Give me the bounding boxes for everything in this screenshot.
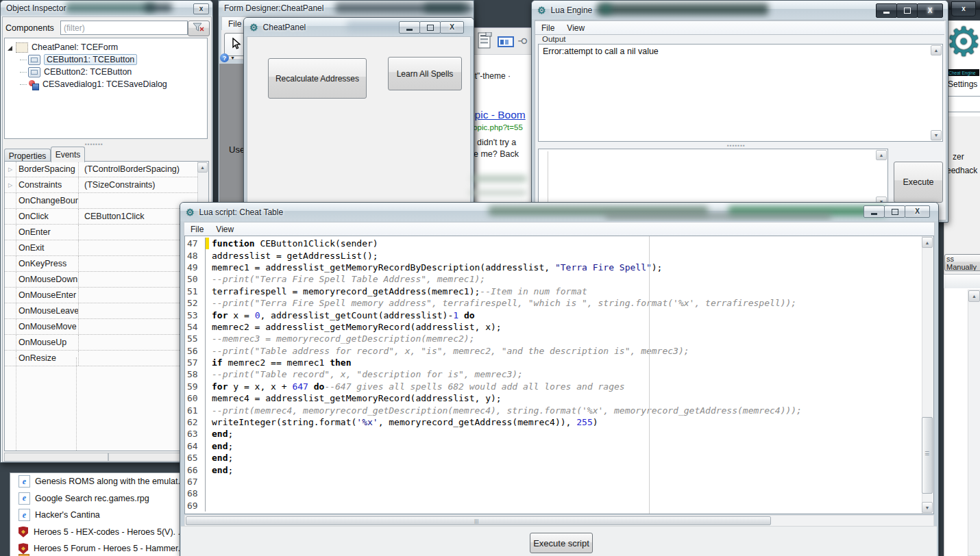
learn-all-spells-button[interactable]: Learn All Spells [388,57,462,90]
tab-properties[interactable]: Properties [4,149,51,162]
code-line[interactable]: 58--print("Table record", x, "descriptio… [185,368,922,380]
object-inspector-titlebar[interactable]: Object Inspector x [1,1,212,16]
bookmark-item[interactable]: Heroes 5 - HEX-codes - Heroes 5(V). ... [10,524,180,541]
code-line[interactable]: 51terrafirespell = memoryrecord_getAddre… [185,286,922,297]
expanded-triangle-icon[interactable] [8,46,12,51]
editor-hscroll-thumb[interactable]: ||| [186,516,771,525]
menu-file[interactable]: File [184,223,210,236]
scroll-up-icon[interactable]: ▲ [931,45,942,55]
expand-arrow-icon[interactable]: ▷ [5,162,16,177]
address-list-header[interactable] [944,274,980,290]
event-row[interactable]: OnMouseDown [5,272,208,288]
splitter-grip[interactable]: ▪▪▪▪▪▪▪ [85,141,103,147]
code-line[interactable]: 57if memrec2 == memrec1 then [185,357,922,368]
event-row[interactable]: OnChangeBounds [5,193,208,209]
event-value[interactable]: (TSizeConstraints) [79,180,208,190]
tree-item[interactable]: CheatPanel: TCEForm [5,41,207,53]
lua-input-area[interactable]: ▲ ▼ [538,149,888,208]
event-row[interactable]: OnMouseMove [5,319,208,335]
code-line[interactable]: 61--print(memrec4, memoryrecord_getDescr… [185,404,922,416]
close-button[interactable]: X [917,3,943,18]
minimize-button[interactable] [399,21,420,34]
event-row[interactable]: ▷Constraints(TSizeConstraints) [5,177,208,193]
scroll-down-icon[interactable]: ▼ [931,130,942,140]
scroll-down-icon[interactable]: ▼ [922,502,933,513]
menu-view[interactable]: View [210,223,240,236]
scroll-up-icon[interactable]: ▲ [922,237,933,248]
menu-view[interactable]: View [561,22,591,34]
expand-arrow-icon[interactable]: ▷ [5,177,16,192]
code-line[interactable]: 68 [185,488,922,499]
code-line[interactable]: 66end; [185,464,922,475]
report-icon[interactable] [478,32,492,52]
settings-label[interactable]: Settings [948,79,977,89]
lua-engine-titlebar[interactable]: ⚙ Lua Engine X [532,1,948,19]
bookmark-item[interactable]: eGoogle Search rec.games.rpg [10,490,180,507]
address-list-scrollbar[interactable] [968,290,980,556]
minimize-button[interactable] [863,205,885,218]
code-editor[interactable]: 47function CEButton1Click(sender)48addre… [184,236,934,514]
code-line[interactable]: 59for y = x, x + 647 do--647 gives all s… [185,381,922,392]
recalculate-addresses-button[interactable]: Recalculate Addresses [268,58,367,99]
ce-main-input[interactable] [946,96,980,112]
menu-file[interactable]: File [535,22,561,34]
event-row[interactable]: OnMouseUp [5,335,208,351]
code-line[interactable]: 63end; [185,428,922,440]
code-line[interactable]: 47function CEButton1Click(sender) [185,238,922,249]
cheatpanel-titlebar[interactable]: ⚙ CheatPanel Χ [244,18,474,36]
object-inspector-close-button[interactable]: x [193,3,209,14]
tree-item[interactable]: CESavedialog1: TCESaveDialog [5,78,207,90]
code-line[interactable]: 60memrec4 = addresslist_getMemoryRecord(… [185,392,922,404]
code-line[interactable]: 62writeInteger(string.format('%x', memor… [185,416,922,428]
scroll-up-icon[interactable]: ▲ [197,162,208,173]
code-line[interactable]: 55--memrec3 = memoryrecord_getDescriptio… [185,333,922,344]
plug-icon[interactable]: ⚲ [517,38,529,45]
maximize-button[interactable] [896,3,918,18]
maximize-button[interactable] [884,205,905,218]
table-icon[interactable] [498,36,514,50]
splitter-grip[interactable]: ▪▪▪▪▪▪▪ [727,142,746,149]
event-row[interactable]: OnEnter [5,225,208,240]
code-line[interactable]: 69 [185,500,922,511]
event-row[interactable]: ▷BorderSpacing(TControlBorderSpacing) [5,162,208,177]
code-line[interactable]: 52--print("Terra Fire Spell memory addre… [185,297,922,309]
help-icon[interactable]: ? ▼ [220,53,238,63]
components-filter-input[interactable] [60,21,188,35]
ce-main-close-button[interactable]: x [951,1,976,16]
bookmark-item[interactable]: Heroes 5 Forum - Heroes 5 - Hammer... [10,540,180,556]
execute-button[interactable]: Execute [894,162,943,203]
add-address-manually-button[interactable]: ss Manually [944,254,980,271]
scroll-up-icon[interactable]: ▲ [968,290,980,302]
code-line[interactable]: 48addresslist = getAddressList(); [185,249,922,261]
code-line[interactable]: 64end; [185,440,922,452]
close-button[interactable]: Χ [905,205,930,218]
tab-events[interactable]: Events [51,147,85,162]
event-value[interactable]: (TControlBorderSpacing) [79,164,208,174]
code-line[interactable]: 65end; [185,452,922,464]
tree-item[interactable]: CEButton1: TCEButton [5,53,207,66]
code-line[interactable]: 54memrec2 = addresslist_getMemoryRecord(… [185,321,922,333]
event-row[interactable]: OnExit [5,240,208,256]
tree-item[interactable]: CEButton2: TCEButton [5,66,207,78]
close-button[interactable]: Χ [440,21,464,34]
editor-vscroll-thumb[interactable]: ☰ [922,417,933,494]
execute-script-button[interactable]: Execute script [530,533,593,553]
events-grid[interactable]: ▷BorderSpacing(TControlBorderSpacing)▷Co… [4,161,209,451]
code-line[interactable]: 56--print("Table address for record", x,… [185,345,922,357]
editor-hscrollbar[interactable]: ||| [184,515,934,527]
code-line[interactable]: 49memrec1 = addresslist_getMemoryRecordB… [185,262,922,273]
event-row[interactable]: OnClickCEButton1Click [5,209,208,225]
components-tree[interactable]: CheatPanel: TCEFormCEButton1: TCEButtonC… [4,38,208,139]
event-row[interactable]: OnKeyPress [5,256,208,272]
code-line[interactable]: 50--print("Terra Fire Spell Table Addres… [185,273,922,285]
event-row[interactable]: OnMouseLeave [5,303,208,319]
code-line[interactable]: 53for x = 0, addresslist_getCount(addres… [185,309,922,320]
form-designer-titlebar[interactable]: Form Designer:CheatPanel [219,1,474,16]
lua-output-area[interactable]: Error:attempt to call a nil value ▲ ▼ [538,44,943,142]
event-row[interactable]: OnResize [5,351,208,366]
bookmark-item[interactable]: eHacker's Cantina [10,507,180,524]
browser-link-fragment[interactable]: opic - Boom [469,109,526,121]
lua-script-titlebar[interactable]: ⚙ Lua script: Cheat Table Χ [180,203,938,221]
minimize-button[interactable] [876,3,897,18]
bookmark-item[interactable]: eGenesis ROMS along with the emulat... [10,473,180,490]
